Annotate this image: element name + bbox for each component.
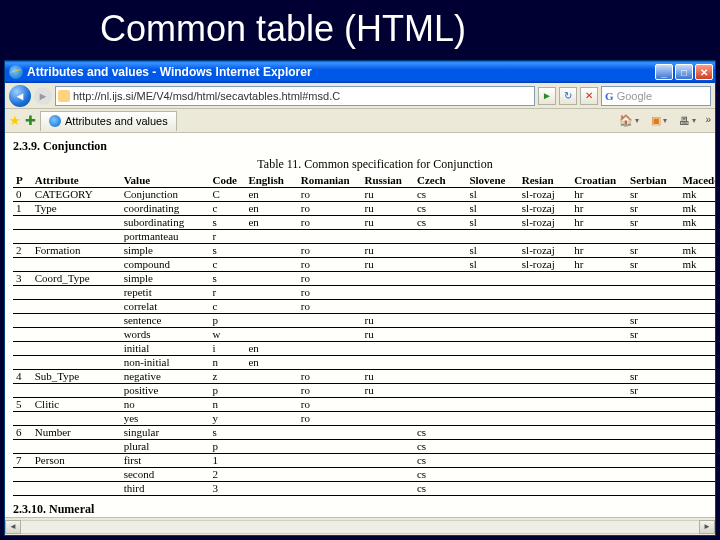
table-cell	[361, 341, 413, 355]
table-cell	[31, 299, 120, 313]
horizontal-scrollbar[interactable]: ◄ ►	[5, 517, 715, 535]
table-cell	[679, 299, 715, 313]
table-cell	[679, 467, 715, 481]
table-cell: cs	[413, 481, 465, 495]
column-header: Slovene	[466, 173, 518, 187]
table-cell: ru	[361, 257, 413, 271]
go-button[interactable]: ►	[538, 87, 556, 105]
column-header: Czech	[413, 173, 465, 187]
table-cell: en	[245, 201, 297, 215]
table-cell: c	[209, 299, 245, 313]
slide-title: Common table (HTML)	[0, 0, 720, 60]
table-cell: cs	[413, 201, 465, 215]
scroll-track[interactable]	[21, 520, 699, 534]
search-box[interactable]: G Google	[601, 86, 711, 106]
table-cell	[466, 327, 518, 341]
spec-table: PAttributeValueCodeEnglishRomanianRussia…	[13, 173, 715, 496]
scroll-left-button[interactable]: ◄	[5, 520, 21, 534]
table-cell: positive	[120, 383, 209, 397]
table-cell	[679, 397, 715, 411]
column-header: Attribute	[31, 173, 120, 187]
table-cell: Sub_Type	[31, 369, 120, 383]
browser-tab[interactable]: Attributes and values	[40, 111, 177, 131]
table-cell	[361, 285, 413, 299]
table-cell: sl	[466, 215, 518, 229]
column-header: P	[13, 173, 31, 187]
table-cell: mk	[679, 257, 715, 271]
table-cell	[413, 355, 465, 369]
table-cell: coordinating	[120, 201, 209, 215]
table-cell: Number	[31, 425, 120, 439]
table-cell	[679, 425, 715, 439]
table-cell	[13, 439, 31, 453]
table-cell: yes	[120, 411, 209, 425]
table-cell	[518, 467, 570, 481]
table-cell	[518, 313, 570, 327]
ie-icon	[9, 65, 23, 79]
toolbar-chevron[interactable]: »	[705, 114, 711, 127]
table-cell: C	[209, 187, 245, 201]
table-cell: en	[245, 355, 297, 369]
feeds-button[interactable]: ▣▾	[648, 114, 670, 127]
table-cell	[413, 299, 465, 313]
table-cell: hr	[571, 215, 627, 229]
table-row: non-initialnen	[13, 355, 715, 369]
table-cell: sr	[627, 187, 679, 201]
table-cell: simple	[120, 243, 209, 257]
table-caption: Table 11. Common specification for Conju…	[13, 157, 715, 172]
google-icon: G	[605, 90, 614, 102]
table-cell	[627, 411, 679, 425]
table-cell	[13, 467, 31, 481]
table-cell	[245, 425, 297, 439]
table-cell: i	[209, 341, 245, 355]
page-content[interactable]: 2.3.9. Conjunction Table 11. Common spec…	[5, 133, 715, 517]
table-cell: ro	[297, 411, 361, 425]
table-cell: 3	[209, 481, 245, 495]
table-cell: ru	[361, 215, 413, 229]
table-cell	[571, 397, 627, 411]
column-header: Macedon	[679, 173, 715, 187]
table-cell: sl-rozaj	[518, 201, 570, 215]
back-button[interactable]: ◄	[9, 85, 31, 107]
table-cell: mk	[679, 243, 715, 257]
scroll-right-button[interactable]: ►	[699, 520, 715, 534]
table-cell	[31, 285, 120, 299]
table-cell: ro	[297, 299, 361, 313]
table-cell: p	[209, 383, 245, 397]
stop-button[interactable]: ✕	[580, 87, 598, 105]
table-cell: r	[209, 285, 245, 299]
print-button[interactable]: 🖶▾	[676, 114, 699, 127]
table-row: 2Formationsimplesroruslsl-rozajhrsrmk	[13, 243, 715, 257]
table-cell	[31, 411, 120, 425]
table-cell	[571, 481, 627, 495]
forward-button[interactable]: ►	[34, 87, 52, 105]
table-row: initialien	[13, 341, 715, 355]
table-cell	[13, 383, 31, 397]
table-cell: sl-rozaj	[518, 243, 570, 257]
table-cell: negative	[120, 369, 209, 383]
table-row: 6Numbersingularscs	[13, 425, 715, 439]
table-cell	[679, 369, 715, 383]
table-cell: 3	[13, 271, 31, 285]
minimize-button[interactable]: _	[655, 64, 673, 80]
table-cell	[31, 439, 120, 453]
table-cell: Coord_Type	[31, 271, 120, 285]
favorites-icon[interactable]: ★	[9, 113, 21, 128]
table-cell	[297, 467, 361, 481]
table-cell	[413, 285, 465, 299]
table-cell	[361, 439, 413, 453]
table-cell	[31, 383, 120, 397]
table-cell	[245, 481, 297, 495]
table-cell	[297, 453, 361, 467]
table-cell	[571, 341, 627, 355]
maximize-button[interactable]: □	[675, 64, 693, 80]
table-cell: 5	[13, 397, 31, 411]
add-favorite-icon[interactable]: ✚	[25, 113, 36, 128]
table-cell	[245, 453, 297, 467]
table-cell: plural	[120, 439, 209, 453]
close-button[interactable]: ✕	[695, 64, 713, 80]
refresh-button[interactable]: ↻	[559, 87, 577, 105]
home-button[interactable]: 🏠▾	[616, 114, 642, 127]
table-cell	[245, 257, 297, 271]
address-bar[interactable]: http://nl.ijs.si/ME/V4/msd/html/secavtab…	[55, 86, 535, 106]
